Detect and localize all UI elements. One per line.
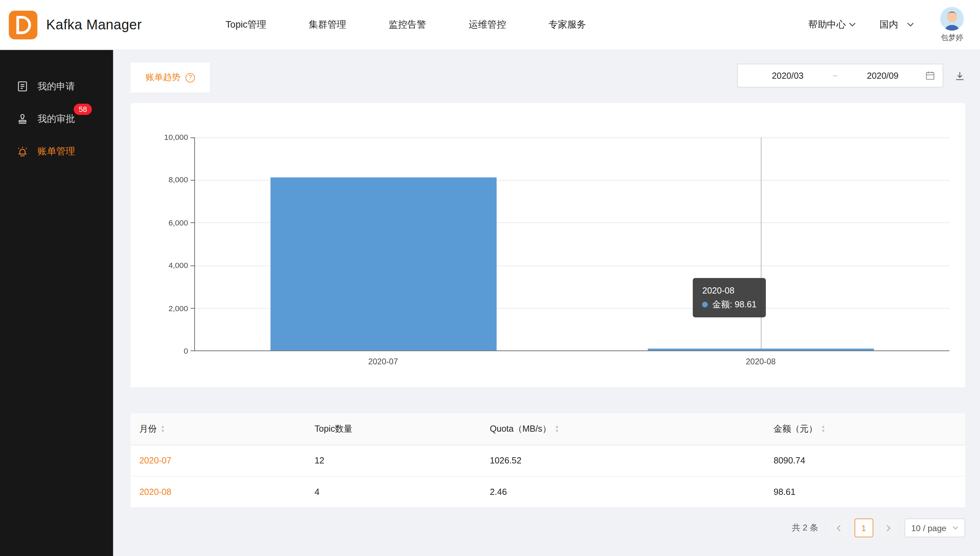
help-center-menu[interactable]: 帮助中心 — [808, 19, 856, 31]
x-axis-label: 2020-07 — [368, 357, 398, 366]
header-right: 帮助中心 国内 包梦婷 — [808, 6, 964, 43]
top-nav: Topic管理集群管理监控告警运维管控专家服务 — [226, 19, 586, 31]
main-layout: 我的申请我的审批58账单管理 账单趋势 ? 2020/03 ~ 2020/09 — [0, 50, 980, 556]
column-label: Quota（MB/s） — [490, 423, 551, 435]
axis-pointer-line — [761, 137, 761, 351]
table-row: 2020-07121026.528090.74 — [131, 445, 965, 476]
brand: Kafka Manager — [9, 10, 142, 39]
app-logo-icon — [9, 10, 37, 39]
chevron-right-icon — [886, 525, 891, 532]
y-axis-label: 8,000 — [168, 176, 188, 184]
badge-count: 58 — [74, 103, 92, 115]
date-range-separator: ~ — [830, 70, 840, 81]
top-nav-item[interactable]: 专家服务 — [549, 19, 586, 31]
sidebar: 我的申请我的审批58账单管理 — [0, 50, 113, 556]
bill-table: 月份▲▼Topic数量Quota（MB/s）▲▼金额（元）▲▼ 2020-071… — [131, 414, 965, 507]
date-range-picker[interactable]: 2020/03 ~ 2020/09 — [737, 64, 943, 88]
region-select[interactable]: 国内 — [880, 19, 914, 31]
alarm-icon — [16, 145, 29, 157]
y-axis-label: 6,000 — [168, 218, 188, 227]
region-label: 国内 — [880, 19, 898, 31]
app-title: Kafka Manager — [46, 16, 142, 33]
sidebar-item-my-applications[interactable]: 我的申请 — [0, 70, 113, 103]
y-axis-label: 2,000 — [168, 304, 188, 312]
cell-month: 2020-08 — [131, 476, 306, 507]
download-icon[interactable] — [954, 70, 965, 81]
toolbar-right: 2020/03 ~ 2020/09 — [737, 64, 965, 88]
column-header[interactable]: 月份▲▼ — [131, 414, 306, 445]
question-circle-icon: ? — [186, 73, 195, 82]
chevron-down-icon — [907, 23, 914, 27]
page-1-button[interactable]: 1 — [854, 518, 873, 537]
month-link[interactable]: 2020-08 — [139, 487, 171, 497]
sidebar-item-bill-management[interactable]: 账单管理 — [0, 135, 113, 168]
top-header: Kafka Manager Topic管理集群管理监控告警运维管控专家服务 帮助… — [0, 0, 980, 50]
sort-asc-icon: ▲ — [161, 425, 165, 428]
plot-column: 2020-08 金额: 98.61 2020-072020-08 — [194, 137, 949, 370]
table-body: 2020-07121026.528090.742020-0842.4698.61 — [131, 445, 965, 507]
chart-bar-2020-08[interactable] — [648, 348, 874, 351]
clipboard-icon — [16, 80, 29, 92]
date-start-value[interactable]: 2020/03 — [745, 70, 830, 81]
chart-bar-2020-07[interactable] — [270, 178, 497, 351]
page-size-value: 10 / page — [911, 523, 946, 533]
chevron-down-icon — [849, 23, 856, 27]
prev-page-button[interactable] — [830, 518, 848, 537]
column-label: 月份 — [139, 423, 157, 435]
sort-asc-icon: ▲ — [821, 425, 826, 428]
y-axis-label: 4,000 — [168, 262, 188, 270]
sort-icons[interactable]: ▲▼ — [161, 425, 165, 432]
avatar — [940, 6, 964, 31]
next-page-button[interactable] — [880, 518, 898, 537]
chevron-down-icon — [953, 526, 958, 530]
cell-month: 2020-07 — [131, 445, 306, 476]
axis-tick — [191, 180, 195, 181]
sidebar-item-label: 我的审批 — [38, 113, 75, 124]
column-header[interactable]: 金额（元）▲▼ — [765, 414, 965, 445]
table-row: 2020-0842.4698.61 — [131, 476, 965, 507]
toolbar: 账单趋势 ? 2020/03 ~ 2020/09 — [131, 63, 965, 92]
page-size-select[interactable]: 10 / page — [904, 518, 965, 537]
stamp-icon — [16, 113, 29, 125]
user-name: 包梦婷 — [941, 32, 963, 43]
tab-bill-trend[interactable]: 账单趋势 ? — [131, 63, 210, 92]
table-cell: 2.46 — [481, 476, 765, 507]
sidebar-item-my-approvals[interactable]: 我的审批58 — [0, 103, 113, 135]
table-header-row: 月份▲▼Topic数量Quota（MB/s）▲▼金额（元）▲▼ — [131, 414, 965, 445]
table-cell: 8090.74 — [765, 445, 965, 476]
top-nav-item[interactable]: 监控告警 — [389, 19, 426, 31]
top-nav-item[interactable]: Topic管理 — [226, 19, 266, 31]
sort-desc-icon: ▼ — [555, 430, 559, 432]
sidebar-item-label: 我的申请 — [38, 80, 75, 92]
bar-chart: 10,0008,0006,0004,0002,0000 2020-08 金额: … — [155, 137, 949, 370]
column-label: 金额（元） — [773, 423, 817, 435]
tooltip-row: 金额: 98.61 — [702, 298, 757, 311]
y-axis-label: 0 — [184, 347, 188, 356]
top-nav-item[interactable]: 集群管理 — [309, 19, 346, 31]
date-end-value[interactable]: 2020/09 — [840, 70, 925, 81]
sort-desc-icon: ▼ — [821, 430, 826, 432]
help-center-label: 帮助中心 — [808, 19, 846, 31]
bill-table-panel: 月份▲▼Topic数量Quota（MB/s）▲▼金额（元）▲▼ 2020-071… — [131, 414, 965, 507]
bar-slot — [195, 137, 572, 351]
user-profile[interactable]: 包梦婷 — [940, 6, 964, 43]
column-label: Topic数量 — [315, 423, 353, 435]
total-count: 共 2 条 — [792, 522, 818, 533]
x-axis-label: 2020-08 — [746, 357, 776, 366]
sort-desc-icon: ▼ — [161, 430, 165, 432]
main-content: 账单趋势 ? 2020/03 ~ 2020/09 10,0008,0006,00… — [113, 50, 980, 556]
tab-bill-trend-label: 账单趋势 — [145, 72, 180, 83]
calendar-icon[interactable] — [925, 70, 935, 81]
sort-icons[interactable]: ▲▼ — [821, 425, 826, 432]
chevron-left-icon — [837, 525, 841, 532]
table-cell: 98.61 — [765, 476, 965, 507]
column-header[interactable]: Quota（MB/s）▲▼ — [481, 414, 765, 445]
sort-icons[interactable]: ▲▼ — [555, 425, 559, 432]
table-cell: 1026.52 — [481, 445, 765, 476]
top-nav-item[interactable]: 运维管控 — [468, 19, 506, 31]
axis-tick — [191, 137, 195, 138]
chart-tooltip: 2020-08 金额: 98.61 — [693, 278, 766, 318]
x-axis: 2020-072020-08 — [194, 351, 949, 370]
axis-tick — [191, 308, 195, 309]
month-link[interactable]: 2020-07 — [139, 456, 171, 465]
